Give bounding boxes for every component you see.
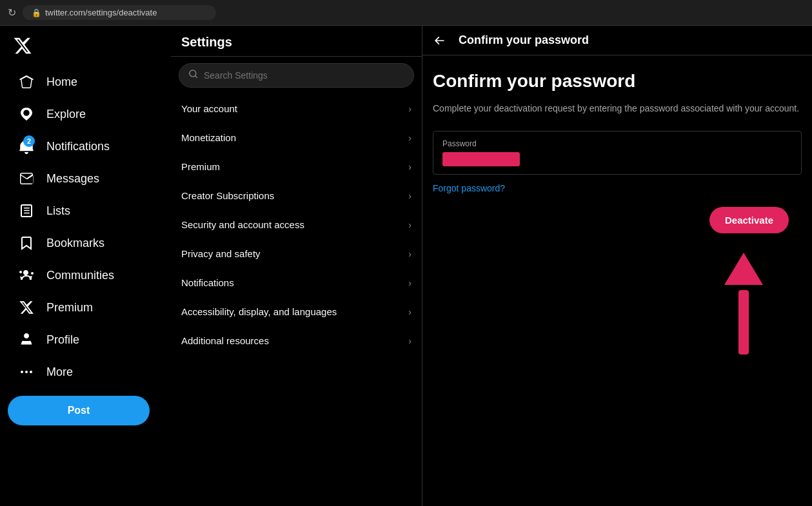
- settings-item-privacy[interactable]: Privacy and safety ›: [171, 239, 422, 268]
- sidebar-item-lists[interactable]: Lists: [5, 196, 166, 226]
- settings-item-your-account[interactable]: Your account ›: [171, 94, 422, 123]
- sidebar-item-explore[interactable]: Explore: [5, 99, 166, 129]
- your-account-label: Your account: [181, 103, 237, 114]
- browser-bar: ↻ 🔒 twitter.com/settings/deactivate: [0, 0, 812, 26]
- reload-button[interactable]: ↻: [8, 6, 16, 19]
- sidebar-item-bookmarks[interactable]: Bookmarks: [5, 228, 166, 258]
- notification-badge: 2: [23, 135, 35, 147]
- explore-icon: [18, 106, 35, 122]
- messages-label: Messages: [46, 172, 99, 186]
- chevron-right-icon: ›: [408, 307, 411, 317]
- home-icon: [18, 73, 35, 90]
- notifications-label: Notifications: [46, 140, 110, 153]
- settings-item-monetization[interactable]: Monetization ›: [171, 123, 422, 152]
- settings-panel: Settings Your account › Monetization › P…: [171, 26, 422, 506]
- accessibility-label: Accessibility, display, and languages: [181, 306, 337, 317]
- monetization-label: Monetization: [181, 132, 236, 143]
- address-bar[interactable]: 🔒 twitter.com/settings/deactivate: [23, 5, 216, 20]
- premium-settings-label: Premium: [181, 161, 220, 172]
- communities-label: Communities: [46, 269, 114, 282]
- confirm-description: Complete your deactivation request by en…: [433, 102, 802, 115]
- settings-item-creator-subscriptions[interactable]: Creator Subscriptions ›: [171, 181, 422, 210]
- arrow-shaft: [738, 290, 749, 355]
- additional-label: Additional resources: [181, 335, 269, 346]
- chevron-right-icon: ›: [408, 104, 411, 114]
- chevron-right-icon: ›: [408, 133, 411, 143]
- sidebar-item-notifications[interactable]: 2 Notifications: [5, 131, 166, 161]
- confirm-title: Confirm your password: [433, 71, 802, 92]
- url-text: twitter.com/settings/deactivate: [45, 8, 157, 17]
- panel-header-title: Confirm your password: [459, 34, 589, 47]
- password-label: Password: [442, 139, 792, 148]
- notifications-icon: 2: [18, 138, 35, 155]
- more-icon: [18, 364, 35, 380]
- forgot-password-link[interactable]: Forgot password?: [433, 183, 505, 193]
- explore-label: Explore: [46, 108, 86, 121]
- bookmarks-label: Bookmarks: [46, 237, 104, 250]
- sidebar-item-more[interactable]: More: [5, 357, 166, 387]
- chevron-right-icon: ›: [408, 191, 411, 201]
- settings-item-security[interactable]: Security and account access ›: [171, 210, 422, 239]
- panel-header: Confirm your password: [422, 26, 812, 55]
- premium-icon: [18, 299, 35, 316]
- sidebar-item-messages[interactable]: Messages: [5, 164, 166, 193]
- sidebar-item-premium[interactable]: Premium: [5, 293, 166, 322]
- chevron-right-icon: ›: [408, 220, 411, 230]
- search-box[interactable]: [179, 63, 414, 88]
- security-label: Security and account access: [181, 219, 304, 230]
- sidebar-item-communities[interactable]: Communities: [5, 260, 166, 290]
- deactivate-button[interactable]: Deactivate: [709, 207, 789, 233]
- x-logo[interactable]: [0, 31, 171, 63]
- chevron-right-icon: ›: [408, 249, 411, 259]
- sidebar-item-home[interactable]: Home: [5, 67, 166, 97]
- notifications-settings-label: Notifications: [181, 277, 234, 288]
- creator-subscriptions-label: Creator Subscriptions: [181, 190, 274, 201]
- lists-icon: [18, 202, 35, 219]
- chevron-right-icon: ›: [408, 336, 411, 346]
- bookmarks-icon: [18, 235, 35, 251]
- sidebar: Home Explore 2 Notifications Messages: [0, 26, 171, 506]
- deactivate-area: Deactivate: [433, 194, 802, 380]
- sidebar-item-profile[interactable]: Profile: [5, 325, 166, 355]
- premium-label: Premium: [46, 301, 93, 315]
- home-label: Home: [46, 75, 77, 89]
- password-input[interactable]: [442, 152, 520, 166]
- password-field-container: Password: [433, 131, 802, 175]
- profile-label: Profile: [46, 333, 79, 347]
- app-container: Home Explore 2 Notifications Messages: [0, 26, 812, 506]
- lists-label: Lists: [46, 204, 70, 218]
- lock-icon: 🔒: [32, 8, 41, 17]
- messages-icon: [18, 170, 35, 187]
- settings-title: Settings: [171, 26, 422, 57]
- settings-item-premium[interactable]: Premium ›: [171, 152, 422, 181]
- arrow-annotation: [724, 253, 763, 355]
- settings-item-accessibility[interactable]: Accessibility, display, and languages ›: [171, 297, 422, 326]
- privacy-label: Privacy and safety: [181, 248, 261, 259]
- back-button[interactable]: [433, 34, 446, 47]
- more-label: More: [46, 365, 73, 379]
- arrow-head: [724, 253, 763, 285]
- chevron-right-icon: ›: [408, 278, 411, 288]
- settings-item-additional[interactable]: Additional resources ›: [171, 326, 422, 355]
- communities-icon: [18, 267, 35, 284]
- settings-item-notifications[interactable]: Notifications ›: [171, 268, 422, 297]
- search-icon: [188, 69, 199, 82]
- search-settings-input[interactable]: [204, 70, 404, 81]
- panel-content: Confirm your password Complete your deac…: [422, 55, 812, 396]
- chevron-right-icon: ›: [408, 162, 411, 172]
- post-button[interactable]: Post: [8, 396, 150, 425]
- profile-icon: [18, 331, 35, 348]
- main-panel: Confirm your password Confirm your passw…: [422, 26, 812, 506]
